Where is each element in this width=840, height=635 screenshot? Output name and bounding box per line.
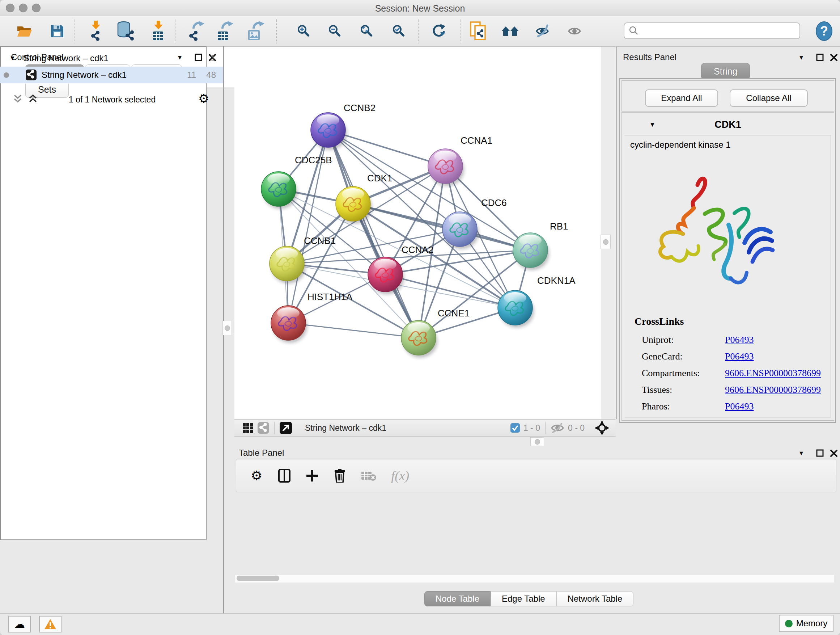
search-box[interactable]: [624, 22, 800, 39]
search-input[interactable]: [639, 25, 792, 36]
network-node-ccne1[interactable]: [401, 320, 437, 358]
hide-selected-eye-icon[interactable]: [533, 21, 553, 41]
copy-network-button[interactable]: [468, 21, 488, 41]
network-collection-row[interactable]: ▼ String Network – cdk1 1: [0, 50, 223, 67]
node-label-cdc25b: CDC25B: [295, 155, 332, 165]
table-hscrollbar-thumb[interactable]: [237, 576, 279, 581]
table-panel-menu-icon[interactable]: ▾: [799, 448, 803, 457]
toolbar-separator: [74, 19, 75, 43]
refresh-button[interactable]: [429, 21, 449, 41]
crosslink-value[interactable]: P06493: [725, 332, 753, 348]
node-label-ccna1: CCNA1: [461, 135, 493, 146]
tab-network-table[interactable]: Network Table: [556, 591, 634, 606]
collection-count: 1: [210, 53, 215, 63]
fit-content-crosshair-icon[interactable]: [595, 421, 609, 435]
network-node-cdk1[interactable]: [336, 187, 372, 224]
show-all-eye-icon[interactable]: [564, 21, 584, 41]
table-panel-float-icon[interactable]: [816, 449, 824, 457]
crosslink-value[interactable]: 9606.ENSP00000378699: [725, 365, 821, 382]
crosslink-label: GeneCard:: [642, 351, 683, 362]
grid-view-icon[interactable]: [242, 423, 253, 433]
network-canvas[interactable]: CCNB2CCNA1CDC25BCDK1CDC6RB1CCNB1CCNA2CDK…: [234, 47, 602, 419]
zoom-in-button[interactable]: [294, 21, 314, 41]
application-window: Session: New Session: [0, 0, 840, 635]
import-network-database-button[interactable]: [116, 21, 136, 41]
import-table-file-button[interactable]: [148, 21, 169, 41]
node-label-hist1h1a: HIST1H1A: [308, 291, 353, 302]
zoom-fit-button[interactable]: [357, 21, 377, 41]
open-session-button[interactable]: [14, 21, 35, 41]
tab-string[interactable]: String: [701, 63, 750, 80]
warnings-button[interactable]: [39, 616, 62, 632]
add-column-plus-icon[interactable]: [306, 469, 319, 482]
table-tabs: Node TableEdge TableNetwork Table: [424, 591, 633, 606]
results-panel-title: Results Panel: [623, 52, 676, 62]
network-row-selected[interactable]: String Network – cdk1 11 48: [0, 67, 223, 83]
first-neighbors-button[interactable]: [500, 21, 521, 41]
export-image-button[interactable]: [246, 21, 266, 41]
selected-checkbox-icon[interactable]: [510, 423, 520, 432]
selected-count: 1 - 0: [523, 423, 540, 433]
tab-edge-table[interactable]: Edge Table: [491, 591, 556, 606]
table-hscrollbar[interactable]: [235, 574, 834, 583]
export-table-button[interactable]: [215, 21, 235, 41]
help-button[interactable]: ?: [815, 21, 834, 41]
results-panel-float-icon[interactable]: [816, 54, 824, 62]
network-list-share-icon[interactable]: [257, 422, 269, 434]
crosslink-value[interactable]: P06493: [725, 348, 753, 365]
canvas-results-splitter[interactable]: [601, 47, 617, 419]
results-entry: ▼ CDK1 cyclin-dependent kinase 1: [622, 112, 834, 421]
results-buttons-row: Expand All Collapse All: [622, 80, 834, 111]
collapse-all-button[interactable]: Collapse All: [729, 89, 808, 107]
results-panel-content: Expand All Collapse All ▼ CDK1 cyclin-de…: [619, 78, 836, 423]
network-status-dot: [4, 73, 9, 78]
import-network-file-button[interactable]: [86, 21, 106, 41]
toolbar-separator: [461, 19, 461, 43]
cloud-icon: ☁: [14, 619, 25, 630]
network-node-count: 11: [187, 70, 196, 80]
right-splitter-handle[interactable]: [600, 234, 611, 249]
table-panel-close-icon[interactable]: [830, 449, 838, 457]
expand-all-button[interactable]: Expand All: [645, 89, 718, 107]
show-columns-icon[interactable]: [278, 469, 291, 483]
results-panel-close-icon[interactable]: [830, 54, 838, 62]
crosslink-value[interactable]: P06493: [725, 398, 753, 415]
network-options-gear-icon[interactable]: ⚙: [198, 91, 209, 106]
entry-description: cyclin-dependent kinase 1: [630, 140, 731, 150]
network-node-ccna1[interactable]: [428, 149, 464, 186]
warning-icon: [44, 618, 57, 630]
crosslink-row: Uniprot: P06493: [642, 332, 699, 348]
crosslink-value[interactable]: 9606.ENSP00000378699: [725, 382, 821, 398]
birds-eye-view-icon[interactable]: [279, 422, 292, 434]
left-splitter-handle[interactable]: [223, 321, 232, 335]
delete-column-trash-icon[interactable]: [334, 469, 346, 483]
results-panel-menu-icon[interactable]: ▾: [799, 53, 803, 62]
collection-expand-triangle[interactable]: ▼: [9, 55, 16, 62]
zoom-out-button[interactable]: [325, 21, 345, 41]
crosslink-label: Compartments:: [642, 368, 699, 378]
network-view-toolbar: String Network – cdk1 1 - 0 0 - 0: [234, 419, 616, 437]
collapse-all-chevron-icon[interactable]: [12, 94, 23, 103]
svg-text:?: ?: [820, 24, 828, 38]
save-session-button[interactable]: [47, 21, 67, 41]
network-node-rb1[interactable]: [513, 233, 549, 270]
cloud-status-button[interactable]: ☁: [8, 616, 31, 632]
network-node-cdkn1a[interactable]: [498, 290, 534, 328]
network-node-hist1h1a[interactable]: [271, 306, 307, 343]
tab-node-table[interactable]: Node Table: [424, 591, 491, 606]
export-network-button[interactable]: [186, 21, 207, 41]
table-settings-gear-icon[interactable]: ⚙: [251, 468, 262, 483]
crosslink-row: Compartments: 9606.ENSP00000378699: [642, 365, 699, 382]
bottom-splitter-handle[interactable]: [531, 437, 544, 446]
network-node-ccna2[interactable]: [368, 257, 404, 295]
protein-structure-image: [643, 169, 784, 304]
network-node-cdc25b[interactable]: [261, 172, 297, 209]
expand-all-chevron-icon[interactable]: [27, 94, 38, 103]
network-label: String Network – cdk1: [42, 70, 126, 80]
network-selection-status: 1 of 1 Network selected: [47, 95, 177, 105]
node-label-ccnb2: CCNB2: [344, 103, 376, 113]
memory-button[interactable]: Memory: [779, 615, 834, 632]
zoom-selected-button[interactable]: [389, 21, 409, 41]
memory-label: Memory: [796, 618, 828, 629]
node-label-cdk1: CDK1: [367, 173, 392, 184]
